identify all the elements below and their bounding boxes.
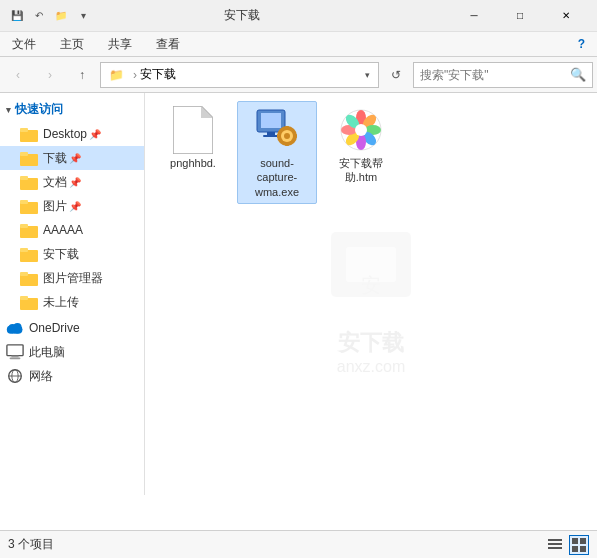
large-icons-view-button[interactable]: [569, 535, 589, 555]
minimize-button[interactable]: ─: [451, 0, 497, 32]
cloud-icon: [6, 319, 24, 337]
sidebar-item-notupload[interactable]: 未上传: [0, 290, 144, 314]
tab-view[interactable]: 查看: [144, 32, 192, 56]
tab-home[interactable]: 主页: [48, 32, 96, 56]
file-item-soundcapture[interactable]: sound-capture-wma.exe: [237, 101, 317, 204]
sidebar-item-network[interactable]: 网络: [0, 364, 144, 388]
sidebar-item-desktop[interactable]: Desktop 📌: [0, 122, 144, 146]
window-controls: ─ □ ✕: [451, 0, 589, 32]
folder-icon: [20, 173, 38, 191]
sidebar-item-anzaixia[interactable]: 安下载: [0, 242, 144, 266]
file-icon-generic: [169, 106, 217, 154]
svg-point-52: [355, 124, 367, 136]
svg-rect-1: [20, 128, 28, 132]
chevron-down-icon: ▾: [6, 105, 11, 115]
help-button[interactable]: ?: [566, 32, 597, 56]
documents-label: 文档: [43, 174, 67, 191]
file-area[interactable]: 安 安下载 anxz.com pnghhbd.: [145, 93, 597, 495]
pin-icon: 📌: [89, 129, 101, 140]
onedrive-label: OneDrive: [29, 321, 80, 335]
svg-rect-28: [346, 247, 396, 282]
main-area: ▾ 快速访问 Desktop 📌 下载 📌: [0, 93, 597, 495]
files-grid: pnghhbd.: [153, 101, 589, 204]
sidebar-item-thispc[interactable]: 此电脑: [0, 340, 144, 364]
network-icon: [6, 367, 24, 385]
svg-point-20: [13, 323, 21, 331]
svg-rect-7: [20, 200, 28, 204]
search-input[interactable]: [420, 68, 566, 82]
svg-rect-40: [285, 142, 289, 146]
pin-icon: 📌: [69, 153, 81, 164]
status-bar: 3 个项目: [0, 530, 597, 558]
address-dropdown-icon[interactable]: ▾: [365, 70, 370, 80]
quick-access-header[interactable]: ▾ 快速访问: [0, 97, 144, 122]
back-button[interactable]: ‹: [4, 61, 32, 89]
svg-rect-9: [20, 224, 28, 228]
svg-rect-57: [580, 538, 586, 544]
file-icon-exe: [253, 106, 301, 154]
file-item-helpaht[interactable]: 安下载帮助.htm: [321, 101, 401, 204]
save-icon[interactable]: 💾: [8, 7, 26, 25]
pin-icon: 📌: [69, 201, 81, 212]
svg-rect-42: [293, 134, 297, 138]
search-box[interactable]: 🔍: [413, 62, 593, 88]
close-button[interactable]: ✕: [543, 0, 589, 32]
svg-rect-58: [572, 546, 578, 552]
svg-rect-59: [580, 546, 586, 552]
desktop-label: Desktop: [43, 127, 87, 141]
file-item-pnghhbd[interactable]: pnghhbd.: [153, 101, 233, 204]
svg-rect-15: [20, 296, 28, 300]
svg-rect-13: [20, 272, 28, 276]
pictures-label: 图片: [43, 198, 67, 215]
folder-icon: [20, 269, 38, 287]
svg-rect-39: [285, 126, 289, 130]
up-button[interactable]: ↑: [68, 61, 96, 89]
status-count: 3 个项目: [8, 536, 545, 553]
address-path[interactable]: 📁 › 安下载 ▾: [100, 62, 379, 88]
window-title: 安下载: [32, 7, 451, 24]
svg-rect-53: [548, 539, 562, 541]
file-name-pnghhbd: pnghhbd.: [170, 156, 216, 170]
svg-rect-21: [7, 345, 23, 356]
downloads-label: 下载: [43, 150, 67, 167]
svg-rect-22: [11, 356, 18, 358]
svg-rect-35: [263, 135, 279, 137]
svg-text:安: 安: [361, 274, 381, 296]
forward-button[interactable]: ›: [36, 61, 64, 89]
maximize-button[interactable]: □: [497, 0, 543, 32]
sidebar-item-downloads[interactable]: 下载 📌: [0, 146, 144, 170]
svg-rect-11: [20, 248, 28, 252]
sidebar-item-pictures[interactable]: 图片 📌: [0, 194, 144, 218]
sidebar-item-aaaaa[interactable]: AAAAA: [0, 218, 144, 242]
network-label: 网络: [29, 368, 53, 385]
svg-rect-56: [572, 538, 578, 544]
sidebar-item-onedrive[interactable]: OneDrive: [0, 316, 144, 340]
svg-rect-54: [548, 543, 562, 545]
file-name-helpaht: 安下载帮助.htm: [326, 156, 396, 185]
svg-rect-3: [20, 152, 28, 156]
quick-access-section: ▾ 快速访问 Desktop 📌 下载 📌: [0, 97, 144, 314]
tab-share[interactable]: 共享: [96, 32, 144, 56]
folder-icon: [20, 149, 38, 167]
search-icon[interactable]: 🔍: [570, 67, 586, 82]
path-current: 安下载: [140, 66, 176, 83]
quick-access-label: 快速访问: [15, 101, 63, 118]
sidebar-item-documents[interactable]: 文档 📌: [0, 170, 144, 194]
details-view-button[interactable]: [545, 535, 565, 555]
svg-rect-33: [261, 113, 281, 128]
svg-point-38: [284, 133, 290, 139]
file-icon-htm: [337, 106, 385, 154]
sidebar-item-imgmanager[interactable]: 图片管理器: [0, 266, 144, 290]
imgmanager-label: 图片管理器: [43, 270, 103, 287]
svg-rect-23: [10, 357, 21, 359]
thispc-label: 此电脑: [29, 344, 65, 361]
anzaixia-label: 安下载: [43, 246, 79, 263]
refresh-button[interactable]: ↺: [383, 62, 409, 88]
tab-file[interactable]: 文件: [0, 32, 48, 56]
title-bar: 💾 ↶ 📁 ▾ 安下载 ─ □ ✕: [0, 0, 597, 32]
svg-rect-41: [277, 134, 281, 138]
folder-icon: [20, 293, 38, 311]
folder-icon: [20, 245, 38, 263]
svg-marker-31: [201, 106, 213, 118]
svg-rect-5: [20, 176, 28, 180]
